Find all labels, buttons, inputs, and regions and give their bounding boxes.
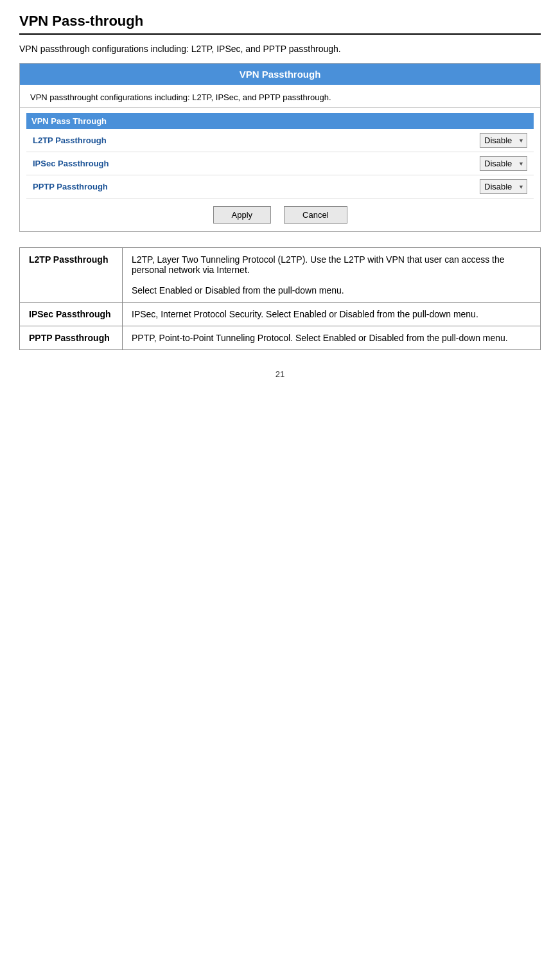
desc-text-l2tp: L2TP, Layer Two Tunneling Protocol (L2TP… [123, 248, 541, 303]
apply-button[interactable]: Apply [213, 206, 272, 224]
l2tp-select[interactable]: Disable Enable [480, 133, 527, 148]
desc-label-l2tp: L2TP Passthrough [20, 248, 123, 303]
l2tp-row: L2TP Passthrough Disable Enable [26, 129, 534, 152]
buttons-row: Apply Cancel [26, 198, 534, 231]
pptp-row: PPTP Passthrough Disable Enable [26, 175, 534, 198]
vpn-panel-header: VPN Passthrough [20, 64, 540, 85]
ipsec-label: IPSec Passthrough [33, 159, 480, 168]
desc-text-ipsec: IPSec, Internet Protocol Security. Selec… [123, 303, 541, 326]
cancel-button[interactable]: Cancel [284, 206, 347, 224]
pptp-control: Disable Enable [480, 179, 527, 194]
desc-label-pptp: PPTP Passthrough [20, 326, 123, 350]
ipsec-control: Disable Enable [480, 156, 527, 171]
intro-text: VPN passthrough configurations including… [19, 44, 541, 54]
desc-row-l2tp: L2TP Passthrough L2TP, Layer Two Tunneli… [20, 248, 541, 303]
l2tp-label: L2TP Passthrough [33, 136, 480, 145]
pptp-label: PPTP Passthrough [33, 182, 480, 191]
page-number: 21 [19, 369, 541, 379]
ipsec-row: IPSec Passthrough Disable Enable [26, 152, 534, 175]
l2tp-control: Disable Enable [480, 133, 527, 148]
description-table: L2TP Passthrough L2TP, Layer Two Tunneli… [19, 247, 541, 350]
page-title: VPN Pass-through [19, 13, 541, 35]
desc-row-pptp: PPTP Passthrough PPTP, Point-to-Point Tu… [20, 326, 541, 350]
vpn-panel-subtext: VPN passthrought configurations includin… [20, 85, 540, 108]
pptp-select[interactable]: Disable Enable [480, 179, 527, 194]
vpn-inner-table-header: VPN Pass Through [26, 113, 534, 129]
vpn-panel: VPN Passthrough VPN passthrought configu… [19, 63, 541, 232]
desc-label-ipsec: IPSec Passthrough [20, 303, 123, 326]
ipsec-select[interactable]: Disable Enable [480, 156, 527, 171]
desc-row-ipsec: IPSec Passthrough IPSec, Internet Protoc… [20, 303, 541, 326]
desc-text-pptp: PPTP, Point-to-Point Tunneling Protocol.… [123, 326, 541, 350]
